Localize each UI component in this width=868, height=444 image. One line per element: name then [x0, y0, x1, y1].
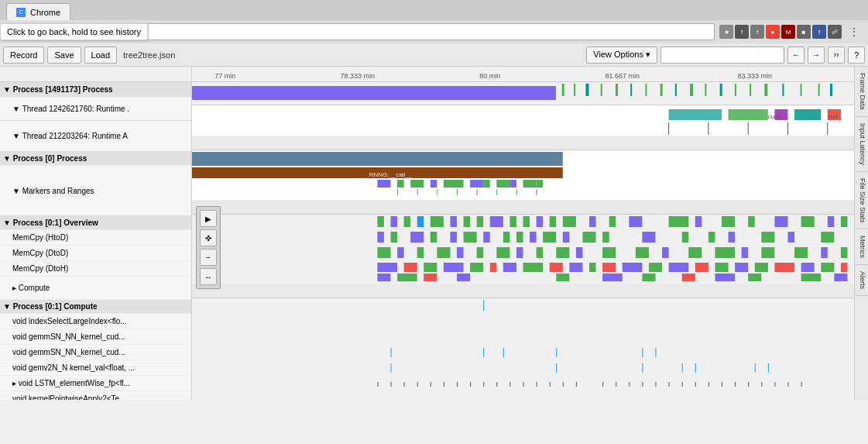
kernel2-track — [192, 314, 854, 329]
svg-rect-92 — [602, 232, 609, 243]
svg-rect-73 — [722, 216, 735, 227]
ruler-tick-2: 78.333 min — [340, 72, 375, 80]
svg-rect-127 — [503, 263, 516, 272]
thread1-ticks — [556, 82, 854, 105]
sidebar-tab-frame-data[interactable]: Frame Data — [855, 67, 868, 117]
svg-rect-123 — [424, 263, 437, 272]
thread1-track — [192, 82, 854, 105]
svg-rect-130 — [569, 263, 582, 272]
next-result-button[interactable]: → — [808, 46, 825, 64]
markers-track: RNNG:__call__ — [192, 150, 854, 201]
thread1-seg-1 — [192, 86, 556, 100]
svg-rect-191 — [669, 382, 670, 387]
view-options-button[interactable]: View Options ▾ — [586, 46, 657, 64]
svg-rect-185 — [576, 382, 577, 387]
svg-rect-115 — [715, 247, 735, 258]
svg-rect-6 — [646, 84, 647, 96]
kernel3-label: void gemmSN_NN_kernel_cud... — [0, 345, 191, 360]
svg-rect-131 — [589, 263, 596, 272]
ext-icon-7[interactable]: ☍ — [828, 25, 842, 39]
svg-rect-128 — [523, 263, 544, 272]
thread-2-label: ▼ Thread 212203264: Runtime A — [0, 121, 191, 152]
svg-rect-65 — [537, 216, 544, 227]
svg-rect-104 — [457, 247, 464, 258]
filename-label: tree2tree.json — [120, 50, 178, 60]
ext-icon-2[interactable]: f — [750, 25, 764, 39]
ruler-tick-4: 81.667 min — [605, 72, 640, 80]
svg-rect-117 — [761, 247, 774, 258]
svg-rect-97 — [761, 232, 774, 243]
svg-rect-18 — [830, 84, 832, 96]
svg-rect-196 — [735, 382, 736, 387]
svg-rect-163 — [391, 363, 392, 373]
ext-icon-6[interactable]: f — [812, 25, 826, 39]
tab-bar: C Chrome — [0, 0, 868, 20]
record-button[interactable]: Record — [3, 46, 44, 64]
svg-rect-172 — [404, 382, 405, 387]
svg-rect-167 — [695, 363, 696, 373]
ext-icon-5[interactable]: ■ — [797, 25, 811, 39]
ruler-tick-1: 77 min — [214, 72, 235, 80]
sidebar-tab-alerts[interactable]: Alerts — [855, 265, 868, 296]
ext-icon-3[interactable]: ● — [766, 25, 780, 39]
kernel5-track — [192, 360, 854, 376]
expand-button[interactable]: ›› — [828, 46, 845, 64]
load-button[interactable]: Load — [84, 46, 117, 64]
svg-rect-39 — [457, 180, 464, 188]
tab-chrome[interactable]: C Chrome — [6, 3, 70, 20]
svg-rect-169 — [768, 363, 769, 373]
ext-star-icon[interactable]: ★ — [719, 25, 733, 39]
svg-rect-99 — [821, 232, 834, 243]
svg-rect-181 — [523, 382, 524, 387]
svg-rect-57 — [417, 216, 424, 227]
svg-rect-78 — [841, 216, 848, 227]
svg-rect-141 — [801, 263, 815, 272]
menu-button[interactable]: ⋮ — [846, 24, 862, 40]
svg-rect-140 — [774, 263, 794, 272]
svg-rect-178 — [483, 382, 484, 387]
memcpy-dtod-track — [192, 230, 854, 246]
sidebar-tab-file-size-stats[interactable]: File Size Stats — [855, 172, 868, 230]
kernel1-track — [192, 298, 854, 314]
thread2-track: cuda... cud — [192, 105, 854, 136]
svg-rect-74 — [748, 216, 755, 227]
sidebar-tab-input-latency[interactable]: Input Latency — [855, 117, 868, 172]
cursor-tool-button[interactable]: ▶ — [200, 210, 217, 227]
thread-1-label: ▼ Thread 1242621760: Runtime . — [0, 98, 191, 121]
svg-rect-184 — [563, 382, 564, 387]
svg-rect-17 — [818, 84, 820, 96]
fit-tool-button[interactable]: ↔ — [200, 268, 217, 285]
svg-rect-176 — [457, 382, 458, 387]
ext-icon-4[interactable]: M — [781, 25, 795, 39]
svg-rect-133 — [623, 263, 643, 272]
svg-rect-67 — [563, 216, 576, 227]
address-bar[interactable]: 🔒 chrome://tracing — [60, 23, 715, 40]
svg-rect-143 — [841, 263, 848, 272]
svg-rect-49 — [457, 189, 458, 195]
app-toolbar: Record Save Load tree2tree.json View Opt… — [0, 43, 868, 67]
svg-rect-136 — [695, 263, 708, 272]
svg-rect-60 — [464, 216, 471, 227]
svg-rect-126 — [490, 263, 497, 272]
memcpy-htod-track — [192, 215, 854, 230]
svg-rect-120 — [841, 247, 848, 258]
pan-tool-button[interactable]: ✜ — [200, 229, 217, 246]
svg-rect-75 — [774, 216, 787, 227]
svg-rect-103 — [437, 247, 450, 258]
svg-rect-96 — [729, 232, 736, 243]
sidebar-tab-metrics[interactable]: Metrics — [855, 229, 868, 265]
search-input[interactable] — [660, 46, 784, 64]
svg-rect-13 — [750, 84, 751, 96]
compute2-section — [192, 284, 854, 298]
save-button[interactable]: Save — [47, 46, 81, 64]
svg-rect-121 — [377, 263, 397, 272]
zoom-out-tool-button[interactable]: − — [200, 249, 217, 266]
tab-title: Chrome — [30, 8, 60, 17]
ext-icon-1[interactable]: f — [735, 25, 749, 39]
svg-rect-76 — [801, 216, 815, 227]
prev-result-button[interactable]: ← — [787, 46, 805, 64]
help-button[interactable]: ? — [848, 46, 865, 64]
svg-rect-171 — [391, 382, 392, 387]
memcpy-dtod-label: MemCpy (DtoD) — [0, 246, 191, 261]
svg-rect-94 — [682, 232, 689, 243]
